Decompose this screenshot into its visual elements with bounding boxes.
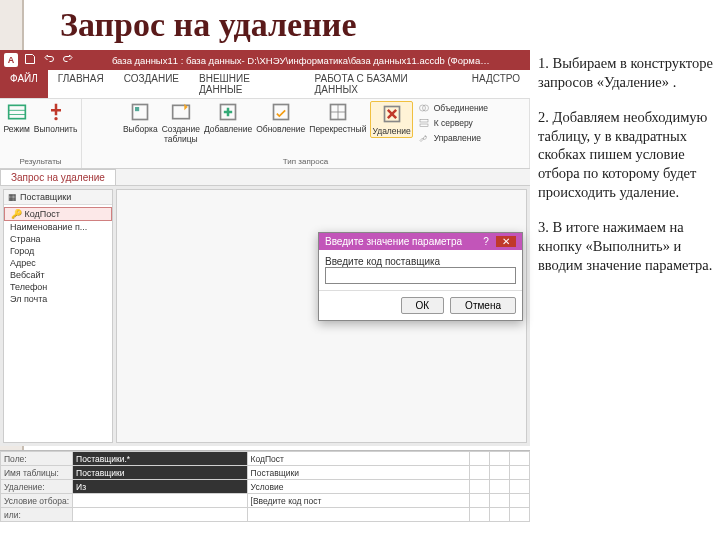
tab-external[interactable]: ВНЕШНИЕ ДАННЫЕ	[189, 70, 304, 98]
union-icon	[417, 101, 431, 115]
list-item[interactable]: Страна	[4, 233, 112, 245]
delete-icon	[381, 103, 403, 125]
wrench-icon	[417, 131, 431, 145]
delete-query-button[interactable]: Удаление	[370, 101, 412, 138]
access-screenshot: A база данных11 : база данных- D:\ХНЭУ\и…	[0, 50, 530, 540]
help-button[interactable]: ?	[476, 236, 496, 247]
parameter-dialog: Введите значение параметра ? ✕ Введите к…	[318, 232, 523, 321]
dialog-titlebar[interactable]: Введите значение параметра ? ✕	[319, 233, 522, 250]
maketable-button[interactable]: Создание таблицы	[162, 101, 200, 144]
datadef-button[interactable]: Управление	[417, 131, 481, 145]
slide-title: Запрос на удаление	[0, 0, 720, 50]
svg-rect-8	[273, 105, 288, 120]
crosstab-icon	[327, 101, 349, 123]
redo-icon[interactable]	[62, 53, 74, 65]
window-titlebar: A база данных11 : база данных- D:\ХНЭУ\и…	[0, 50, 530, 70]
cancel-button[interactable]: Отмена	[450, 297, 516, 314]
tab-create[interactable]: СОЗДАНИЕ	[114, 70, 189, 98]
run-button[interactable]: Выполнить	[34, 101, 78, 134]
tab-addin[interactable]: НАДСТРО	[462, 70, 530, 98]
parameter-input[interactable]	[325, 267, 516, 284]
list-item[interactable]: 🔑 КодПост	[4, 207, 112, 221]
list-item[interactable]: Наименование п...	[4, 221, 112, 233]
ribbon-group-querytype: Тип запроса	[86, 157, 525, 166]
svg-point-3	[54, 117, 57, 120]
maketable-icon	[170, 101, 192, 123]
list-item[interactable]: Город	[4, 245, 112, 257]
tab-file[interactable]: ФАЙЛ	[0, 70, 48, 98]
field-list-header[interactable]: ▦ Поставщики	[4, 190, 112, 205]
instruction-step-2: 2. Добавляем необходимую таблицу, у в кв…	[538, 108, 716, 202]
svg-rect-15	[420, 120, 428, 123]
svg-rect-4	[133, 105, 148, 120]
list-item[interactable]: Эл почта	[4, 293, 112, 305]
qbe-row-or: или:	[1, 508, 73, 522]
instruction-step-3: 3. В итоге нажимаем на кнопку «Выполнить…	[538, 218, 716, 275]
ribbon-tabstrip: ФАЙЛ ГЛАВНАЯ СОЗДАНИЕ ВНЕШНИЕ ДАННЫЕ РАБ…	[0, 70, 530, 99]
select-query-button[interactable]: Выборка	[123, 101, 158, 134]
instructions-panel: 1. Выбираем в конструкторе запросов «Уда…	[530, 50, 720, 540]
update-button[interactable]: Обновление	[256, 101, 305, 134]
qbe-row-delete: Удаление:	[1, 480, 73, 494]
qbe-row-field: Поле:	[1, 452, 73, 466]
window-title: база данных11 : база данных- D:\ХНЭУ\инф…	[76, 55, 526, 66]
dialog-title: Введите значение параметра	[325, 236, 462, 247]
list-item[interactable]: Адрес	[4, 257, 112, 269]
view-button[interactable]: Режим	[4, 101, 30, 134]
list-item[interactable]: Вебсайт	[4, 269, 112, 281]
ok-button[interactable]: ОК	[401, 297, 445, 314]
instruction-step-1: 1. Выбираем в конструкторе запросов «Уда…	[538, 54, 716, 92]
server-icon	[417, 116, 431, 130]
access-app-icon: A	[4, 53, 18, 67]
close-button[interactable]: ✕	[496, 236, 516, 247]
undo-icon[interactable]	[43, 53, 55, 65]
table-icon: ▦	[8, 192, 17, 202]
tab-home[interactable]: ГЛАВНАЯ	[48, 70, 114, 98]
dialog-label: Введите код поставщика	[325, 256, 516, 267]
svg-rect-16	[420, 124, 428, 127]
save-icon[interactable]	[24, 53, 36, 65]
tab-dbtools[interactable]: РАБОТА С БАЗАМИ ДАННЫХ	[305, 70, 462, 98]
update-icon	[270, 101, 292, 123]
doc-tab-delete-query[interactable]: Запрос на удаление	[0, 169, 116, 185]
list-item[interactable]: Телефон	[4, 281, 112, 293]
union-button[interactable]: Объединение	[417, 101, 488, 115]
run-icon	[45, 101, 67, 123]
quick-access-toolbar	[22, 53, 76, 67]
datasheet-icon	[6, 101, 28, 123]
passthrough-button[interactable]: К серверу	[417, 116, 473, 130]
ribbon-group-results: Результаты	[4, 157, 77, 166]
append-button[interactable]: Добавление	[204, 101, 252, 134]
svg-rect-5	[135, 107, 139, 111]
crosstab-button[interactable]: Перекрестный	[309, 101, 366, 134]
qbe-row-table: Имя таблицы:	[1, 466, 73, 480]
select-icon	[129, 101, 151, 123]
append-icon	[217, 101, 239, 123]
document-tabs: Запрос на удаление	[0, 169, 530, 186]
svg-rect-0	[8, 105, 25, 118]
qbe-row-criteria: Условие отбора:	[1, 494, 73, 508]
field-list: ▦ Поставщики 🔑 КодПост Наименование п...…	[3, 189, 113, 443]
qbe-grid[interactable]: Поле: Поставщики.* КодПост Имя таблицы: …	[0, 450, 530, 540]
ribbon: Режим Выполнить Результаты Выборка	[0, 99, 530, 169]
